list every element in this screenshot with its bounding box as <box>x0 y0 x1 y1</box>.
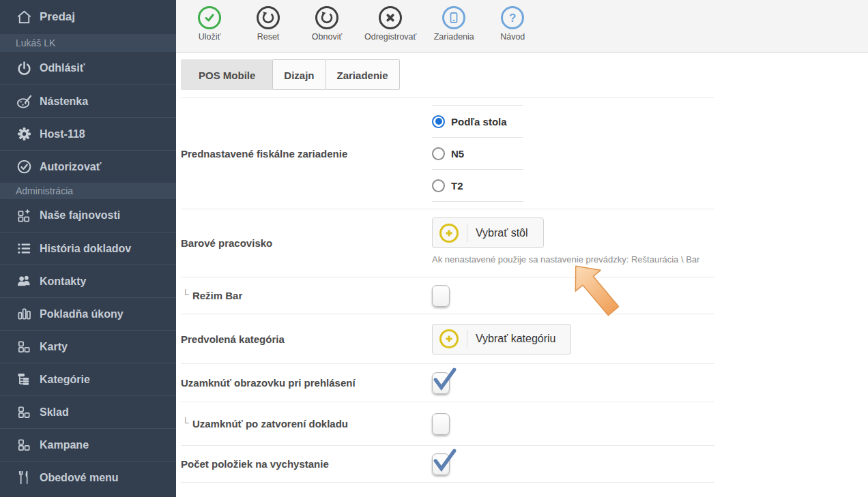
refresh-icon <box>257 6 280 29</box>
home-icon <box>15 10 33 25</box>
sidebar-item-label: Predaj <box>40 10 75 24</box>
sidebar-item-host[interactable]: Host-118 <box>0 117 176 150</box>
save-button[interactable]: Uložiť <box>180 0 239 42</box>
sidebar-item-label: Kontakty <box>40 275 86 288</box>
sidebar-item-label: Autorizovať <box>40 161 101 173</box>
unregister-button[interactable]: Odregistrovať <box>356 0 424 42</box>
bar-chart-icon <box>15 306 33 322</box>
refresh-icon <box>315 6 338 29</box>
radio-icon[interactable] <box>432 115 445 128</box>
help-button[interactable]: ? Návod <box>483 0 542 42</box>
sidebar-user-label: Lukáš LK <box>0 34 176 52</box>
blocks-icon <box>15 404 33 420</box>
form-row-uzamknut-po-zatvoreni: └ Uzamknúť po zatvorení dokladu <box>181 402 714 445</box>
items-count-checkbox[interactable] <box>432 453 450 475</box>
sidebar-item-label: Karty <box>40 341 68 353</box>
rezim-bar-checkbox[interactable] <box>432 285 450 307</box>
button-divider <box>467 224 467 242</box>
tab-pos-mobile[interactable]: POS Mobile <box>181 59 273 90</box>
settings-form: Prednastavené fiskálne zariadenie Podľa … <box>181 97 714 483</box>
app-window: Predaj Lukáš LK Odhlásiť Nástenka Host-1… <box>0 0 868 497</box>
people-icon <box>15 273 33 289</box>
sidebar-item-pokladna-ukony[interactable]: Pokladňa úkony <box>0 297 176 330</box>
palette-icon <box>15 93 33 109</box>
sidebar: Predaj Lukáš LK Odhlásiť Nástenka Host-1… <box>0 0 176 497</box>
fiscal-device-radio-group: Podľa stola N5 T2 <box>432 105 523 202</box>
form-row-fiscal-device: Prednastavené fiskálne zariadenie Podľa … <box>181 97 714 209</box>
tab-bar: POS Mobile Dizajn Zariadenie <box>181 59 400 90</box>
sidebar-section-administracia: Administrácia <box>0 183 176 199</box>
sidebar-item-label: Sklad <box>40 406 69 419</box>
question-icon: ? <box>501 6 524 29</box>
device-icon <box>442 6 465 29</box>
blocks-star-icon <box>15 208 33 224</box>
lock-screen-checkbox[interactable] <box>432 372 450 394</box>
sidebar-item-label: Host-118 <box>40 128 85 140</box>
cutlery-icon <box>15 470 33 485</box>
sidebar-item-odhlasit[interactable]: Odhlásiť <box>0 52 176 85</box>
field-label: Barové pracovisko <box>181 209 432 277</box>
sidebar-item-kampane[interactable]: Kampane <box>0 428 176 461</box>
sidebar-item-label: História dokladov <box>40 243 131 255</box>
form-row-barove-pracovisko: Barové pracovisko Vybrať stôl Ak nenasta… <box>181 209 714 277</box>
field-label: Predvolená kategória <box>181 314 432 363</box>
plus-icon <box>439 329 459 348</box>
refresh-button[interactable]: Obnoviť <box>298 0 356 42</box>
sidebar-item-obedove-menu[interactable]: Obedové menu <box>0 461 176 494</box>
radio-option-n5[interactable]: N5 <box>432 137 523 169</box>
lock-after-close-checkbox[interactable] <box>432 413 450 435</box>
sidebar-item-label: Odhlásiť <box>40 62 85 74</box>
button-divider <box>467 330 467 348</box>
toolbar: Uložiť Reset Obnoviť Odregistrovať <box>176 0 868 53</box>
sidebar-item-label: Pokladňa úkony <box>40 308 124 320</box>
plus-icon <box>439 224 459 243</box>
sidebar-item-sklad[interactable]: Sklad <box>0 395 176 428</box>
indent-glyph: └ <box>182 289 189 300</box>
sidebar-item-predaj[interactable]: Predaj <box>0 0 176 34</box>
sidebar-item-nase-fajnovosti[interactable]: Naše fajnovosti <box>0 199 176 232</box>
x-circle-icon <box>379 6 402 29</box>
check-circle-icon <box>15 159 33 175</box>
sidebar-item-kategorie[interactable]: Kategórie <box>0 363 176 395</box>
form-row-pocet-poloziek: Počet položiek na vychystanie <box>181 445 714 483</box>
form-row-rezim-bar: └ Režim Bar <box>181 277 714 314</box>
field-label: └ Uzamknúť po zatvorení dokladu <box>181 402 432 445</box>
list-icon <box>15 241 33 256</box>
indent-glyph: └ <box>182 417 189 428</box>
blocks-icon <box>15 339 33 355</box>
sidebar-item-nastenka[interactable]: Nástenka <box>0 85 176 117</box>
sidebar-item-kontakty[interactable]: Kontakty <box>0 265 176 297</box>
sidebar-item-label: Nástenka <box>40 95 88 108</box>
select-table-button[interactable]: Vybrať stôl <box>432 217 544 248</box>
radio-icon[interactable] <box>432 179 445 192</box>
sidebar-item-label: Naše fajnovosti <box>40 209 120 222</box>
radio-icon[interactable] <box>432 147 445 160</box>
main-content: Uložiť Reset Obnoviť Odregistrovať <box>176 0 868 497</box>
save-check-icon <box>198 6 221 29</box>
reset-button[interactable]: Reset <box>239 0 298 42</box>
form-row-uzamknut-obrazovku: Uzamknúť obrazovku pri prehlásení <box>181 363 714 402</box>
form-row-predvolena-kategoria: Predvolená kategória Vybrať kategóriu <box>181 314 714 363</box>
hint-text: Ak nenastavené použije sa nastavenie pre… <box>432 254 699 265</box>
sidebar-item-label: Kategórie <box>40 374 90 386</box>
sidebar-item-karty[interactable]: Karty <box>0 330 176 363</box>
select-category-button[interactable]: Vybrať kategóriu <box>432 324 571 355</box>
tree-icon <box>15 372 33 387</box>
field-label: Prednastavené fiskálne zariadenie <box>181 98 432 209</box>
tab-dizajn[interactable]: Dizajn <box>272 59 326 90</box>
radio-option-podla-stola[interactable]: Podľa stola <box>432 105 523 137</box>
blocks-icon <box>15 437 33 453</box>
gear-icon <box>15 126 33 142</box>
power-icon <box>15 61 33 76</box>
radio-option-t2[interactable]: T2 <box>432 169 523 202</box>
devices-button[interactable]: Zariadenia <box>424 0 483 42</box>
field-label: └ Režim Bar <box>181 277 432 314</box>
sidebar-item-autorizovat[interactable]: Autorizovať <box>0 150 176 183</box>
sidebar-item-historia-dokladov[interactable]: História dokladov <box>0 232 176 265</box>
tab-zariadenie[interactable]: Zariadenie <box>326 59 400 90</box>
sidebar-item-label: Kampane <box>40 439 89 451</box>
field-label: Uzamknúť obrazovku pri prehlásení <box>181 364 432 402</box>
field-label: Počet položiek na vychystanie <box>181 446 432 482</box>
sidebar-item-label: Obedové menu <box>40 472 119 484</box>
